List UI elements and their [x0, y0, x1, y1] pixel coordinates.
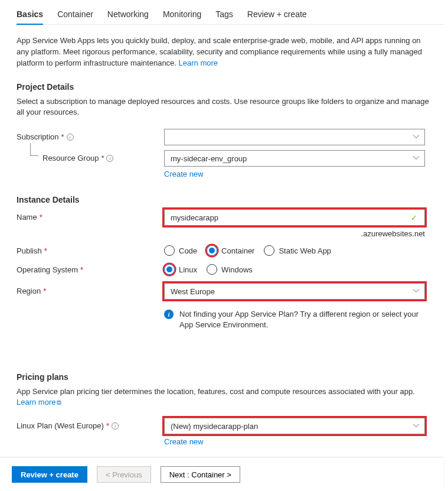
chevron-down-icon [413, 154, 420, 162]
publish-option-container[interactable]: Container [207, 245, 254, 256]
name-value: mysidecarapp [171, 213, 218, 222]
info-filled-icon: i [164, 310, 174, 319]
project-details-desc: Select a subscription to manage deployed… [17, 96, 430, 119]
intro-text: App Service Web Apps lets you quickly bu… [17, 35, 430, 69]
region-value: West Europe [171, 287, 215, 296]
publish-label: Publish * [17, 243, 164, 255]
resource-group-value: my-sidecar-env_group [171, 154, 247, 163]
pricing-learn-more-link[interactable]: Learn more⧉ [17, 398, 61, 407]
domain-suffix: .azurewebsites.net [164, 229, 425, 238]
os-option-linux[interactable]: Linux [164, 264, 197, 275]
review-create-button[interactable]: Review + create [12, 466, 87, 483]
os-option-windows[interactable]: Windows [207, 264, 253, 275]
linux-plan-label: Linux Plan (West Europe) * i [17, 418, 164, 430]
region-info-banner: i Not finding your App Service Plan? Try… [164, 304, 425, 330]
chevron-down-icon [413, 287, 420, 295]
external-link-icon: ⧉ [57, 399, 61, 406]
resource-group-select[interactable]: my-sidecar-env_group [164, 150, 425, 167]
create-new-rg-link[interactable]: Create new [164, 167, 203, 184]
create-new-plan-link[interactable]: Create new [164, 434, 203, 452]
linux-plan-select[interactable]: (New) mysidecarapp-plan [164, 418, 425, 434]
subscription-select[interactable] [164, 129, 425, 145]
pricing-plans-heading: Pricing plans [17, 372, 444, 382]
publish-option-code[interactable]: Code [164, 245, 197, 256]
chevron-down-icon [413, 133, 420, 141]
next-button[interactable]: Next : Container > [161, 466, 240, 483]
info-icon[interactable]: i [67, 134, 74, 141]
resource-group-label: Resource Group * i [17, 150, 164, 162]
wizard-tabs: Basics Container Networking Monitoring T… [17, 0, 444, 25]
intro-learn-more-link[interactable]: Learn more [179, 58, 218, 67]
subscription-label: Subscription * i [17, 129, 164, 141]
tab-networking[interactable]: Networking [107, 6, 149, 24]
name-input[interactable]: mysidecarapp ✓ [164, 209, 425, 226]
publish-option-static[interactable]: Static Web App [264, 245, 331, 256]
tab-monitoring[interactable]: Monitoring [163, 6, 201, 24]
wizard-footer: Review + create < Previous Next : Contai… [0, 458, 444, 491]
tab-review-create[interactable]: Review + create [247, 6, 307, 24]
region-info-text: Not finding your App Service Plan? Try a… [179, 309, 425, 330]
previous-button: < Previous [97, 466, 151, 483]
region-label: Region * [17, 283, 164, 295]
info-icon[interactable]: i [106, 155, 113, 162]
linux-plan-value: (New) mysidecarapp-plan [171, 422, 258, 431]
checkmark-icon: ✓ [411, 213, 417, 222]
region-select[interactable]: West Europe [164, 283, 425, 300]
pricing-desc: App Service plan pricing tier determines… [17, 386, 430, 409]
info-icon[interactable]: i [112, 422, 119, 430]
tab-basics[interactable]: Basics [17, 6, 43, 25]
tree-connector-icon [30, 143, 38, 156]
tab-tags[interactable]: Tags [215, 6, 233, 24]
tab-container[interactable]: Container [57, 6, 93, 24]
name-label: Name * [17, 209, 164, 222]
project-details-heading: Project Details [17, 82, 444, 92]
os-label: Operating System * [17, 262, 164, 274]
intro-body: App Service Web Apps lets you quickly bu… [17, 36, 422, 67]
chevron-down-icon [413, 422, 420, 430]
instance-details-heading: Instance Details [17, 195, 444, 204]
